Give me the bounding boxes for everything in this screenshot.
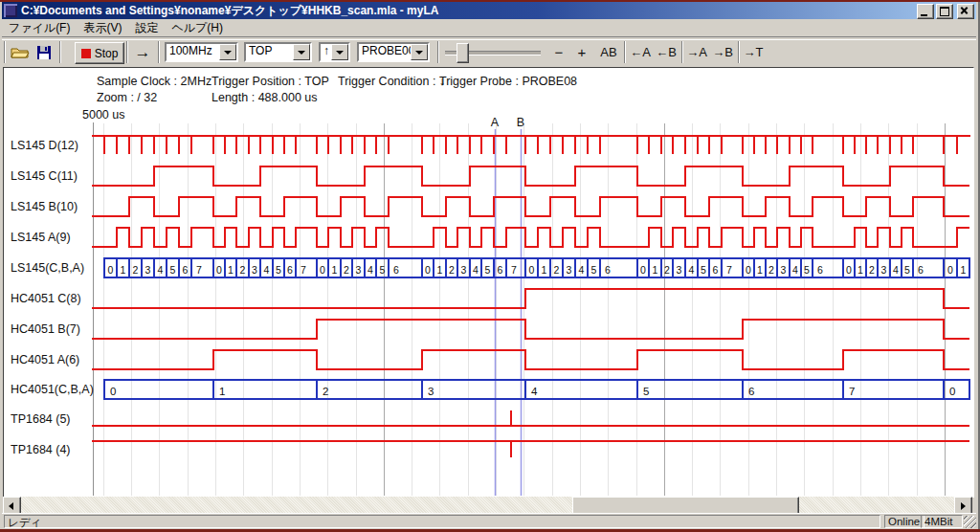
svg-text:6: 6	[748, 386, 754, 397]
svg-text:2: 2	[323, 386, 328, 397]
svg-text:3: 3	[677, 264, 682, 276]
close-button[interactable]	[957, 4, 974, 19]
goto-cursor-b-left-button[interactable]: ←B	[654, 42, 679, 62]
svg-text:0: 0	[425, 264, 431, 276]
svg-text:3: 3	[145, 264, 151, 276]
goto-cursor-a-right-button[interactable]: →A	[684, 42, 709, 62]
svg-text:4: 4	[893, 264, 899, 276]
channel-label: LS145 D(12)	[11, 139, 78, 152]
app-icon[interactable]	[4, 4, 17, 17]
sample-clock-select[interactable]: 100MHz	[165, 42, 238, 62]
svg-text:1: 1	[858, 264, 863, 276]
svg-text:7: 7	[849, 386, 855, 397]
svg-text:2: 2	[133, 264, 139, 276]
svg-text:0: 0	[947, 264, 953, 276]
dropdown-button[interactable]	[219, 44, 236, 60]
zoom-in-button[interactable]: +	[572, 42, 591, 62]
svg-text:2: 2	[869, 264, 875, 276]
toolbar-separator	[437, 41, 439, 63]
time-scale-label: 5000 us	[82, 108, 124, 122]
svg-text:0: 0	[110, 386, 116, 397]
menu-settings[interactable]: 設定	[128, 19, 165, 37]
chevron-down-icon	[336, 51, 344, 55]
svg-text:6: 6	[605, 264, 611, 276]
status-memory-badge: 4MBit	[921, 515, 963, 528]
svg-text:0: 0	[846, 264, 852, 276]
toolbar-separator	[126, 41, 128, 63]
trigger-probe-select[interactable]: PROBE00	[357, 42, 430, 62]
svg-text:1: 1	[332, 264, 338, 276]
channel-row-hc4051-c-b-a-: 012345670	[104, 380, 969, 399]
svg-text:6: 6	[393, 264, 399, 276]
zoom-ab-button[interactable]: AB	[596, 42, 621, 62]
trigger-edge-select[interactable]: ↑	[319, 42, 350, 62]
svg-text:6: 6	[817, 264, 823, 276]
chevron-down-icon	[224, 51, 232, 55]
goto-cursor-b-right-button[interactable]: →B	[710, 42, 735, 62]
svg-text:6: 6	[287, 264, 293, 276]
save-file-button[interactable]	[33, 42, 55, 62]
svg-text:7: 7	[301, 264, 306, 276]
svg-text:0: 0	[949, 386, 955, 397]
svg-text:2: 2	[240, 264, 246, 276]
maximize-button[interactable]	[936, 4, 953, 19]
svg-text:4: 4	[689, 264, 695, 276]
open-file-button[interactable]	[10, 42, 31, 62]
svg-text:3: 3	[781, 264, 787, 276]
channel-row-tp1684-5-	[92, 410, 969, 426]
waveform-client-area: 0123456701234567012345601234567012345601…	[3, 67, 974, 498]
save-floppy-icon	[36, 45, 52, 60]
stop-button[interactable]: Stop	[75, 42, 124, 64]
svg-text:6: 6	[918, 264, 924, 276]
zoom-out-button[interactable]: −	[549, 42, 568, 62]
svg-text:1: 1	[121, 264, 126, 276]
dropdown-button[interactable]	[331, 44, 348, 60]
info-zoom: Zoom : / 32	[97, 91, 157, 104]
svg-text:0: 0	[640, 264, 646, 276]
title-bar: C:¥Documents and Settings¥noname¥デスクトップ¥…	[2, 2, 976, 19]
svg-text:1: 1	[228, 264, 234, 276]
svg-text:7: 7	[511, 264, 517, 276]
svg-text:7: 7	[196, 264, 202, 276]
svg-text:3: 3	[461, 264, 467, 276]
dropdown-button[interactable]	[293, 44, 310, 60]
svg-text:3: 3	[428, 386, 434, 397]
svg-text:4: 4	[792, 264, 798, 276]
window-title: C:¥Documents and Settings¥noname¥デスクトップ¥…	[21, 3, 438, 19]
trigger-position-select[interactable]: TOP	[244, 42, 312, 62]
menu-file[interactable]: ファイル(F)	[2, 19, 77, 37]
svg-text:2: 2	[554, 264, 560, 276]
menu-help[interactable]: ヘルプ(H)	[165, 19, 230, 37]
goto-trigger-button[interactable]: →T	[741, 42, 766, 62]
channel-row-ls145-c-b-a-: 0123456701234567012345601234567012345601…	[104, 258, 969, 277]
toolbar-separator	[158, 41, 160, 63]
svg-text:6: 6	[713, 264, 719, 276]
channel-row-ls145-c-11-	[92, 166, 969, 186]
waveform-canvas: 0123456701234567012345601234567012345601…	[4, 68, 973, 497]
horizontal-scrollbar[interactable]	[3, 497, 972, 514]
info-trigger-condition: Trigger Condition : ↓	[338, 75, 445, 88]
svg-text:2: 2	[449, 264, 455, 276]
zoom-slider-handle[interactable]	[457, 43, 469, 63]
svg-text:3: 3	[252, 264, 257, 276]
goto-cursor-a-left-button[interactable]: ←A	[628, 42, 653, 62]
svg-text:4: 4	[579, 264, 585, 276]
minimize-button[interactable]	[917, 4, 934, 19]
toolbar-separator	[738, 41, 740, 63]
svg-text:5: 5	[591, 264, 597, 276]
svg-text:3: 3	[881, 264, 887, 276]
channel-label: TP1684 (5)	[11, 412, 71, 426]
channel-label: LS145 A(9)	[11, 231, 71, 244]
arrow-right-icon	[961, 502, 966, 510]
channel-label: LS145 C(11)	[11, 169, 78, 183]
channel-label: HC4051(C,B,A)	[11, 383, 94, 396]
resize-grip[interactable]	[964, 516, 976, 528]
run-button[interactable]: →	[130, 42, 155, 62]
info-length: Length : 488.000 us	[212, 91, 318, 104]
status-message: レディ	[4, 515, 880, 528]
svg-text:0: 0	[529, 264, 535, 276]
menu-view[interactable]: 表示(V)	[77, 19, 128, 37]
dropdown-button[interactable]	[411, 44, 428, 60]
svg-text:0: 0	[746, 264, 751, 276]
svg-text:4: 4	[264, 264, 270, 276]
